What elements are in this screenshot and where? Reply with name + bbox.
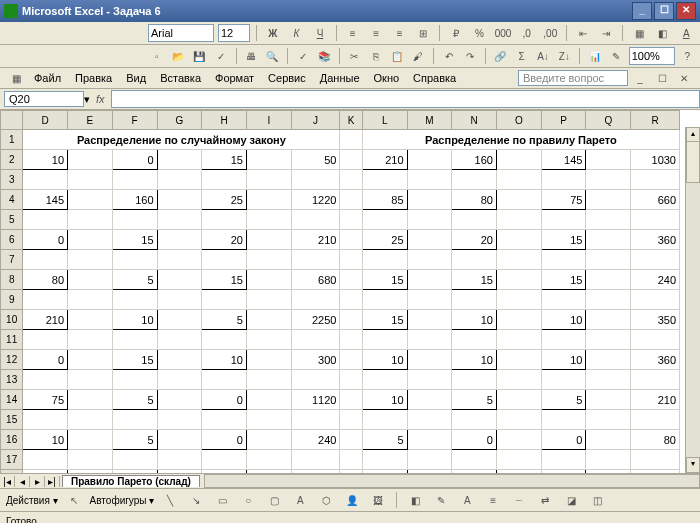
row-17[interactable]: 17: [1, 450, 23, 470]
cell[interactable]: [407, 410, 452, 430]
clipart-button[interactable]: 👤: [342, 490, 362, 510]
cell[interactable]: [452, 450, 497, 470]
cell[interactable]: 160: [112, 190, 157, 210]
cell[interactable]: [496, 430, 541, 450]
worksheet-grid[interactable]: DEFGHIJKLMNOPQR 1Распределение по случай…: [0, 110, 700, 473]
cell[interactable]: 0: [202, 390, 247, 410]
cell[interactable]: [407, 310, 452, 330]
cell[interactable]: 680: [291, 270, 340, 290]
horizontal-scrollbar[interactable]: [204, 474, 700, 488]
cell[interactable]: [291, 210, 340, 230]
save-button[interactable]: 💾: [191, 46, 208, 66]
cell[interactable]: [340, 310, 362, 330]
cell[interactable]: [452, 290, 497, 310]
cell[interactable]: 1030: [631, 150, 680, 170]
cell[interactable]: 10: [362, 390, 407, 410]
cell[interactable]: [246, 470, 291, 474]
cell[interactable]: [112, 450, 157, 470]
cell[interactable]: [340, 230, 362, 250]
cell[interactable]: 5: [362, 430, 407, 450]
cell[interactable]: [157, 230, 202, 250]
cell[interactable]: [68, 290, 113, 310]
cell[interactable]: [291, 290, 340, 310]
fill-button[interactable]: ◧: [405, 490, 425, 510]
cell[interactable]: [291, 170, 340, 190]
col-O[interactable]: O: [496, 111, 541, 130]
cell[interactable]: 10: [23, 430, 68, 450]
cell[interactable]: [496, 210, 541, 230]
borders-button[interactable]: ▦: [629, 23, 649, 43]
cell[interactable]: [586, 330, 631, 350]
cell[interactable]: [631, 330, 680, 350]
cell[interactable]: [246, 150, 291, 170]
oval-button[interactable]: ○: [238, 490, 258, 510]
cell[interactable]: 360: [631, 350, 680, 370]
cell[interactable]: [23, 450, 68, 470]
cell[interactable]: [586, 150, 631, 170]
cell[interactable]: [68, 310, 113, 330]
cell[interactable]: [340, 250, 362, 270]
menu-insert[interactable]: Вставка: [154, 70, 207, 86]
print-button[interactable]: 🖶: [242, 46, 259, 66]
sort-desc-button[interactable]: Z↓: [556, 46, 573, 66]
cell[interactable]: 145: [541, 150, 586, 170]
cell[interactable]: [68, 450, 113, 470]
cell[interactable]: [496, 310, 541, 330]
cell[interactable]: [246, 370, 291, 390]
format-painter-button[interactable]: 🖌: [410, 46, 427, 66]
row-1[interactable]: 1: [1, 130, 23, 150]
tab-prev-button[interactable]: ◂: [15, 476, 30, 487]
cell[interactable]: 350: [631, 310, 680, 330]
cell[interactable]: [68, 370, 113, 390]
cell[interactable]: [541, 250, 586, 270]
cell[interactable]: [157, 390, 202, 410]
line-button[interactable]: ╲: [160, 490, 180, 510]
cell[interactable]: [407, 290, 452, 310]
spelling-button[interactable]: ✓: [294, 46, 311, 66]
undo-button[interactable]: ↶: [440, 46, 457, 66]
chart-button[interactable]: 📊: [586, 46, 603, 66]
zoom-box[interactable]: [629, 47, 675, 65]
cell[interactable]: [246, 410, 291, 430]
menu-data[interactable]: Данные: [314, 70, 366, 86]
drawing-button[interactable]: ✎: [607, 46, 624, 66]
copy-button[interactable]: ⎘: [367, 46, 384, 66]
cell[interactable]: [586, 190, 631, 210]
select-objects-button[interactable]: ↖: [64, 490, 84, 510]
cell[interactable]: [157, 370, 202, 390]
cell[interactable]: [407, 210, 452, 230]
col-Q[interactable]: Q: [586, 111, 631, 130]
col-P[interactable]: P: [541, 111, 586, 130]
cell[interactable]: [407, 430, 452, 450]
cell[interactable]: 15: [541, 270, 586, 290]
cell[interactable]: [202, 410, 247, 430]
cell[interactable]: 10: [23, 150, 68, 170]
cell[interactable]: [496, 230, 541, 250]
cell[interactable]: [407, 470, 452, 474]
font-name-box[interactable]: [148, 24, 214, 42]
cell[interactable]: [340, 210, 362, 230]
line-color-button[interactable]: ✎: [431, 490, 451, 510]
select-all-button[interactable]: [1, 111, 23, 130]
ask-question-box[interactable]: Введите вопрос: [518, 70, 628, 86]
cell[interactable]: 210: [362, 150, 407, 170]
arrow-button[interactable]: ↘: [186, 490, 206, 510]
cell[interactable]: 80: [452, 190, 497, 210]
cell[interactable]: [541, 290, 586, 310]
research-button[interactable]: 📚: [315, 46, 332, 66]
cell[interactable]: [407, 450, 452, 470]
cell[interactable]: 75: [23, 390, 68, 410]
cell[interactable]: [68, 410, 113, 430]
cell[interactable]: [246, 450, 291, 470]
cell[interactable]: 10: [112, 310, 157, 330]
cell[interactable]: 240: [291, 430, 340, 450]
cell[interactable]: [246, 330, 291, 350]
cell[interactable]: [407, 390, 452, 410]
cell[interactable]: [246, 390, 291, 410]
cell[interactable]: 10: [202, 350, 247, 370]
cell[interactable]: [407, 370, 452, 390]
cell[interactable]: [586, 210, 631, 230]
cell[interactable]: [23, 370, 68, 390]
cell[interactable]: [157, 290, 202, 310]
cell[interactable]: 15: [23, 470, 68, 474]
